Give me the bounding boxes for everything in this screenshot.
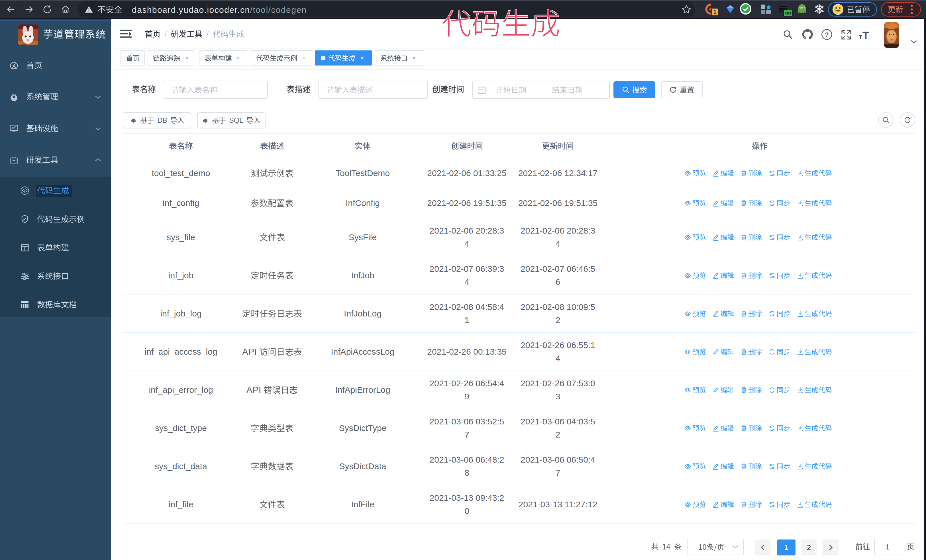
- svg-text:?: ?: [825, 31, 829, 38]
